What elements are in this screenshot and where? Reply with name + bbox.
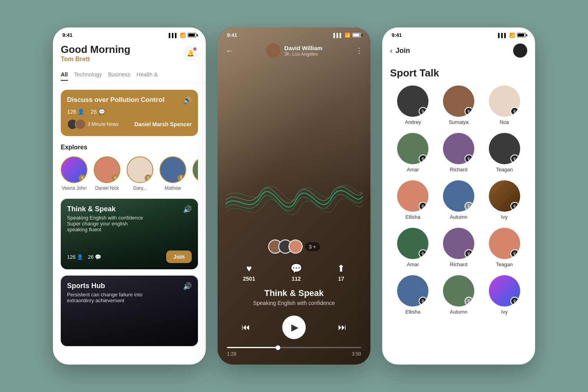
tab-business[interactable]: Business: [108, 71, 131, 81]
participant-name-amar-1: Amar: [407, 167, 419, 172]
sport-talk-title: Sport Talk: [382, 67, 535, 79]
home-content: Discuss over Pollution Control 🔊 126 👤 2…: [53, 83, 206, 365]
participant-avatar-teagan-2: 🎙: [489, 228, 520, 259]
person-icon: 👤: [78, 109, 84, 115]
participant-amar-1[interactable]: 🎙 Amar: [395, 133, 430, 172]
tab-health[interactable]: Health &: [137, 71, 158, 81]
room-card-bottom-think: 126 👤 26 💬 Join: [67, 250, 192, 263]
room-listeners-think: 126 👤: [67, 254, 83, 260]
room-speaker-icon-sports: 🔊: [183, 282, 192, 290]
room-card-sports[interactable]: Sports Hub Persistent can change failure…: [61, 276, 198, 346]
participant-ellisha-1[interactable]: 🎙 Ellisha: [395, 180, 430, 220]
room-desc-sports: Persistent can change failure into extra…: [67, 292, 145, 303]
participant-autumn-1[interactable]: 🎙 Autumn: [441, 180, 476, 220]
participant-ivy-2[interactable]: 🎙 Ivy: [487, 275, 522, 315]
participant-andrey[interactable]: 🎙 Andrey: [395, 85, 430, 125]
room-title-think: Think & Speak: [67, 205, 145, 213]
waveform-svg: [225, 169, 363, 240]
skip-forward-button[interactable]: ⏭: [338, 322, 347, 332]
player-back-button[interactable]: ←: [225, 46, 233, 55]
explore-item-daniel[interactable]: 🎙 Daniel Nick: [94, 156, 120, 191]
participant-mic-sumaiya: 🎙: [465, 107, 473, 116]
participant-name-teagan-2: Teagan: [496, 261, 513, 267]
play-pause-button[interactable]: ▶: [282, 316, 306, 339]
participant-amar-2[interactable]: 🎙 Amar: [395, 228, 430, 267]
status-bar-1: 9:41 ▌▌▌ 📶: [53, 27, 206, 40]
tab-technology[interactable]: Technology: [74, 71, 102, 81]
participant-avatar-ellisha-1: 🎙: [397, 180, 428, 212]
greeting-text: Good Morning: [61, 44, 131, 56]
player-progress[interactable]: 1:28 3:50: [225, 347, 363, 357]
explores-list: 🎙 Veena John 🎙 Daniel Nick 🎙 Gary... 🎙: [61, 156, 198, 191]
participant-richard-1[interactable]: 🎙 Richard: [441, 133, 476, 172]
participant-name-noa: Noa: [500, 119, 509, 125]
back-button-row[interactable]: ‹ Join: [390, 47, 410, 55]
status-bar-2: 9:41 ▌▌▌ 📶: [218, 27, 370, 40]
room-card-top-think: Think & Speak Speaking English with conf…: [67, 205, 192, 232]
participants-row-0: 🎙 Andrey 🎙 Sumaiya 🎙 Noa: [390, 85, 527, 125]
room-comments-think: 26 💬: [88, 254, 101, 260]
comment-icon: 💬: [290, 263, 302, 274]
pollution-card-header: Discuss over Pollution Control 🔊: [67, 96, 192, 105]
participant-sumaiya[interactable]: 🎙 Sumaiya: [441, 85, 476, 125]
skip-back-button[interactable]: ⏮: [241, 322, 250, 332]
participant-ellisha-2[interactable]: 🎙 Ellisha: [395, 275, 430, 315]
join-user-avatar[interactable]: [513, 44, 527, 58]
participant-mic-noa: 🎙: [510, 107, 519, 116]
explore-mic-veena: 🎙: [79, 174, 86, 181]
explore-item-gary[interactable]: 🎙 Gary...: [127, 156, 153, 191]
participant-mic-teagan-1: 🎙: [510, 154, 519, 163]
participant-avatar-ivy-1: 🎙: [489, 180, 520, 212]
notification-bell-button[interactable]: 🔔: [183, 46, 198, 61]
explore-name-veena: Veena John: [62, 185, 86, 191]
pollution-title: Discuss over Pollution Control: [67, 96, 183, 104]
participant-richard-2[interactable]: 🎙 Richard: [441, 228, 476, 267]
wifi-icon-3: 📶: [509, 33, 515, 38]
tab-all[interactable]: All: [61, 71, 68, 81]
status-icons-1: ▌▌▌ 📶: [169, 33, 196, 38]
chat-icon: 💬: [98, 109, 105, 115]
explore-item-v[interactable]: 🎙 V: [192, 156, 198, 191]
participant-avatar-ellisha-2: 🎙: [397, 275, 428, 307]
participant-autumn-2[interactable]: 🎙 Autumn: [441, 275, 476, 315]
track-title: Think & Speak: [253, 288, 335, 298]
player-action-share[interactable]: ⬆ 17: [337, 263, 345, 282]
participant-mic-ivy-1: 🎙: [510, 202, 519, 211]
greeting-block: Good Morning Tom Brett: [61, 44, 131, 63]
room-card-overlay-sports: Sports Hub Persistent can change failure…: [61, 276, 198, 346]
explore-name-gary: Gary...: [133, 185, 147, 191]
player-action-comment[interactable]: 💬 112: [290, 263, 302, 282]
room-card-top-sports: Sports Hub Persistent can change failure…: [67, 282, 192, 303]
player-controls: ⏮ ▶ ⏭: [225, 316, 363, 339]
participant-noa[interactable]: 🎙 Noa: [487, 85, 522, 125]
participant-extra-count: 3 +: [305, 242, 320, 251]
like-icon: ♥: [246, 263, 252, 274]
share-count: 17: [338, 276, 344, 282]
participants-row-4: 🎙 Ellisha 🎙 Autumn 🎙 Ivy: [390, 275, 527, 315]
explore-item-mathew[interactable]: 🎙 Mathew: [160, 156, 186, 191]
battery-icon-3: [517, 33, 526, 37]
status-time-3: 9:41: [392, 32, 402, 38]
category-tabs: All Technology Business Health &: [53, 69, 206, 83]
room-speaker-icon-think: 🔊: [183, 205, 192, 214]
participant-teagan-1[interactable]: 🎙 Teagan: [487, 133, 522, 172]
participant-avatar-noa: 🎙: [489, 85, 520, 117]
participant-teagan-2[interactable]: 🎙 Teagan: [487, 228, 522, 267]
join-button-think[interactable]: Join: [166, 250, 192, 263]
player-action-like[interactable]: ♥ 2501: [243, 263, 255, 282]
participant-avatar-richard-1: 🎙: [443, 133, 474, 164]
player-track-info: Think & Speak Speaking English with conf…: [253, 288, 335, 306]
player-more-button[interactable]: ⋮: [356, 46, 363, 55]
participant-avatar-richard-2: 🎙: [443, 228, 474, 259]
participant-ivy-1[interactable]: 🎙 Ivy: [487, 180, 522, 220]
host-avatar-2: [75, 119, 86, 130]
room-card-think-speak[interactable]: Think & Speak Speaking English with conf…: [61, 199, 198, 269]
explores-title: Explores: [61, 144, 198, 151]
pollution-card[interactable]: Discuss over Pollution Control 🔊 126 👤 2…: [61, 90, 198, 136]
participant-avatar-autumn-1: 🎙: [443, 180, 474, 212]
room-card-info-sports: Sports Hub Persistent can change failure…: [67, 282, 145, 303]
signal-icon-2: ▌▌▌: [334, 33, 343, 38]
explore-item-veena[interactable]: 🎙 Veena John: [61, 156, 87, 191]
explore-name-mathew: Mathew: [165, 185, 181, 191]
room-stats-think: 126 👤 26 💬: [67, 254, 101, 260]
